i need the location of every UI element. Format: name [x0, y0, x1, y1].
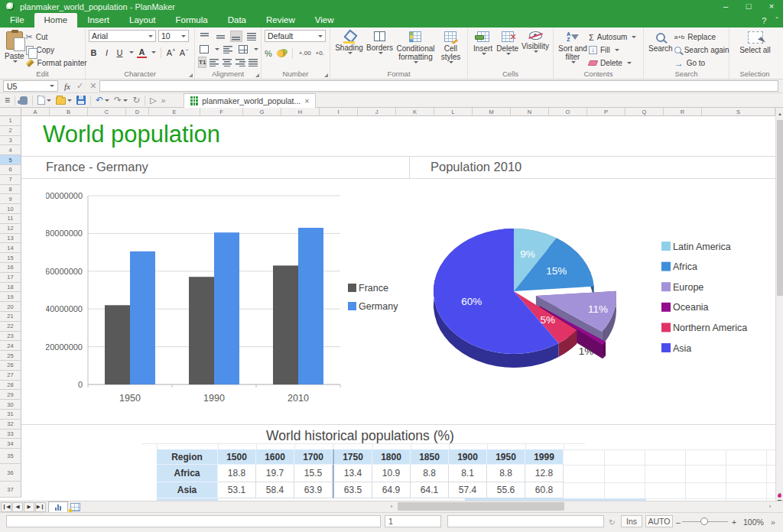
row-header-32[interactable]: 32: [0, 420, 21, 430]
row-header-4[interactable]: 4: [0, 145, 21, 155]
row-header-29[interactable]: 29: [0, 390, 21, 400]
cell-reference-box[interactable]: U5: [3, 80, 58, 92]
row-header-19[interactable]: 19: [0, 292, 21, 302]
bold-button[interactable]: B: [89, 48, 99, 57]
formula-input[interactable]: [99, 80, 778, 92]
new-document-button[interactable]: [37, 96, 51, 105]
row-header-2[interactable]: 2: [0, 126, 21, 136]
column-header-A[interactable]: A: [21, 108, 50, 116]
menu-tab-layout[interactable]: Layout: [119, 13, 166, 28]
close-button[interactable]: ×: [760, 0, 783, 13]
font-name-select[interactable]: Arial: [89, 30, 156, 42]
close-tab-icon[interactable]: ×: [304, 96, 309, 105]
scroll-right-icon[interactable]: ›: [765, 501, 775, 511]
borders-button[interactable]: Borders: [365, 30, 395, 70]
row-header-37[interactable]: 37: [0, 482, 21, 498]
row-header-30[interactable]: 30: [0, 400, 21, 410]
row-header-27[interactable]: 27: [0, 371, 21, 381]
column-header-F[interactable]: F: [200, 108, 243, 116]
row-header-15[interactable]: 15: [0, 253, 21, 263]
zoom-slider-thumb[interactable]: [700, 517, 708, 525]
row-header-20[interactable]: 20: [0, 302, 21, 312]
column-header-B[interactable]: B: [50, 108, 88, 116]
column-header-Q[interactable]: Q: [625, 108, 664, 116]
refresh-icon[interactable]: ↻: [132, 96, 140, 105]
menu-tab-data[interactable]: Data: [218, 13, 256, 28]
row-header-7[interactable]: 7: [0, 175, 21, 185]
align-right-button[interactable]: [236, 57, 245, 68]
column-header-I[interactable]: I: [320, 108, 358, 116]
vertical-text-button[interactable]: T1: [198, 57, 206, 68]
column-header-E[interactable]: E: [149, 108, 200, 116]
help-icon[interactable]: ?: [762, 16, 766, 25]
column-header-O[interactable]: O: [549, 108, 587, 116]
bar-france-1950[interactable]: [105, 305, 130, 384]
format-painter-button[interactable]: Format painter: [26, 57, 87, 69]
cancel-icon[interactable]: ✕: [89, 81, 96, 91]
document-tab[interactable]: planmaker_world_populat... ×: [184, 93, 316, 108]
menu-tab-insert[interactable]: Insert: [77, 13, 119, 28]
vertical-scrollbar[interactable]: ▲ ▼: [775, 108, 783, 501]
pie-chart[interactable]: 9%15%11%1%5%60%Latin AmericaAfricaEurope…: [410, 182, 775, 396]
population-table[interactable]: Region1500160017001750180018501900195019…: [157, 449, 564, 498]
scroll-up-icon[interactable]: ▲: [776, 109, 783, 119]
zoom-in-button[interactable]: +: [732, 517, 736, 527]
row-header-14[interactable]: 14: [0, 243, 21, 253]
column-header-P[interactable]: P: [587, 108, 625, 116]
align-center-button[interactable]: [223, 57, 232, 68]
bar-france-2010[interactable]: [273, 265, 298, 384]
row-header-3[interactable]: 3: [0, 136, 21, 146]
row-header-23[interactable]: 23: [0, 332, 21, 342]
row-header-18[interactable]: 18: [0, 283, 21, 293]
bar-germany-1950[interactable]: [130, 251, 155, 384]
menu-tab-view[interactable]: View: [305, 13, 344, 28]
menu-tab-formula[interactable]: Formula: [166, 13, 218, 28]
border-select-button[interactable]: [198, 44, 210, 55]
column-headers[interactable]: ABCDEFGHIJKLMNOPQRS: [21, 108, 775, 116]
column-header-L[interactable]: L: [434, 108, 473, 116]
column-header-S[interactable]: S: [702, 108, 775, 116]
row-header-36[interactable]: 36: [0, 464, 21, 482]
search-again-button[interactable]: Search again: [674, 44, 729, 56]
text-direction-button[interactable]: [245, 31, 258, 42]
menu-tab-file[interactable]: File: [0, 13, 34, 28]
new-sheet-button[interactable]: [68, 501, 82, 512]
delete-cells-button[interactable]: Delete: [495, 30, 520, 70]
wrap-text-button[interactable]: [223, 44, 235, 55]
sheet-tab-chart[interactable]: [48, 501, 68, 512]
fill-button[interactable]: ↓Fill: [589, 44, 636, 56]
pan-hand-icon[interactable]: [20, 96, 28, 105]
underline-button[interactable]: U: [115, 48, 125, 57]
align-top-button[interactable]: [198, 31, 211, 42]
cell-styles-button[interactable]: Cell styles: [437, 30, 465, 70]
autosum-button[interactable]: ΣAutosum: [589, 31, 636, 43]
row-headers[interactable]: 1234567891011121314151617181920212223242…: [0, 116, 21, 498]
row-header-1[interactable]: 1: [0, 116, 21, 126]
select-all-button[interactable]: Select all: [737, 30, 774, 70]
font-size-select[interactable]: 10: [158, 30, 189, 42]
cut-button[interactable]: ✂Cut: [26, 31, 87, 43]
confirm-icon[interactable]: ✓: [76, 81, 83, 91]
row-header-10[interactable]: 10: [0, 204, 21, 214]
percent-button[interactable]: %: [265, 49, 272, 58]
row-header-8[interactable]: 8: [0, 185, 21, 195]
currency-button[interactable]: [277, 50, 286, 57]
horizontal-scrollbar[interactable]: ‹ ›: [386, 501, 775, 511]
bar-chart[interactable]: 0200000004000000060000000800000001000000…: [46, 190, 405, 423]
insert-cells-button[interactable]: Insert: [471, 30, 495, 70]
first-sheet-icon[interactable]: ❙◀: [1, 502, 11, 512]
scroll-left-icon[interactable]: ‹: [386, 501, 397, 511]
menu-tab-home[interactable]: Home: [34, 13, 78, 28]
column-header-C[interactable]: C: [88, 108, 126, 116]
status-more-icon[interactable]: »: [771, 517, 775, 527]
row-header-25[interactable]: 25: [0, 351, 21, 361]
paste-button[interactable]: Paste: [3, 30, 26, 70]
chevron-down-icon[interactable]: [129, 51, 134, 54]
hamburger-menu-icon[interactable]: ≡: [5, 95, 10, 105]
pointer-icon[interactable]: ▷: [150, 96, 156, 105]
align-bottom-button[interactable]: [230, 31, 243, 42]
spreadsheet-grid[interactable]: ABCDEFGHIJKLMNOPQRS 12345678910111213141…: [0, 108, 775, 501]
replace-button[interactable]: a+bReplace: [674, 31, 729, 43]
conditional-formatting-button[interactable]: Conditional formatting: [395, 30, 437, 70]
more-tools-icon[interactable]: »: [161, 96, 166, 105]
